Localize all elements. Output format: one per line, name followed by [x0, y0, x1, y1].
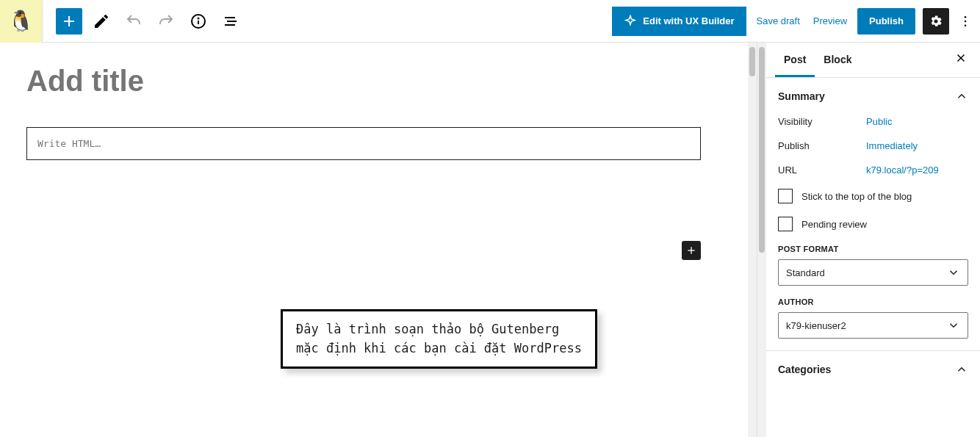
author-value: k79-kienuser2	[786, 320, 846, 331]
edit-mode-button[interactable]	[88, 8, 115, 35]
panel-summary-heading: Summary	[778, 90, 825, 102]
tab-post[interactable]: Post	[775, 43, 815, 77]
undo-button[interactable]	[120, 8, 147, 35]
row-url: URL k79.local/?p=209	[778, 165, 968, 176]
redo-icon	[157, 12, 175, 30]
chevron-down-icon	[947, 266, 960, 279]
checkbox-pending[interactable]: Pending review	[778, 217, 968, 231]
post-format-heading: POST FORMAT	[778, 245, 968, 253]
add-block-button[interactable]	[56, 8, 82, 35]
post-format-value: Standard	[786, 267, 825, 278]
svg-point-4	[198, 18, 199, 18]
sidebar-close-button[interactable]	[951, 50, 971, 71]
top-toolbar: 🐧 Edit with UX Builder Save draft Previe…	[0, 0, 980, 43]
pencil-icon	[93, 12, 110, 30]
kebab-icon	[958, 14, 973, 29]
visibility-label: Visibility	[778, 116, 866, 127]
url-label: URL	[778, 165, 866, 176]
panel-categories-toggle[interactable]: Categories	[778, 363, 968, 376]
sidebar-tabs: Post Block	[766, 43, 980, 78]
sparkle-icon	[624, 15, 637, 28]
ux-builder-button[interactable]: Edit with UX Builder	[612, 7, 746, 36]
editor-area: Write HTML… Đây là trình soạn thảo bộ Gu…	[0, 43, 757, 437]
post-format-select[interactable]: Standard	[778, 259, 968, 286]
html-block[interactable]: Write HTML…	[26, 127, 701, 160]
undo-icon	[125, 12, 143, 30]
chevron-down-icon	[947, 319, 960, 332]
pending-label: Pending review	[801, 219, 867, 230]
panel-summary-toggle[interactable]: Summary	[778, 90, 968, 103]
svg-point-9	[965, 20, 967, 22]
publish-label: Publish	[778, 140, 866, 151]
row-publish: Publish Immediately	[778, 140, 968, 151]
author-select[interactable]: k79-kienuser2	[778, 312, 968, 339]
wp-logo[interactable]: 🐧	[0, 0, 43, 43]
outline-button[interactable]	[217, 8, 244, 35]
panel-summary: Summary Visibility Public Publish Immedi…	[766, 78, 980, 351]
chevron-up-icon	[955, 363, 968, 376]
url-value[interactable]: k79.local/?p=209	[866, 165, 939, 176]
sidebar-scrollbar[interactable]	[757, 43, 766, 437]
inline-add-block-button[interactable]	[682, 241, 701, 260]
checkbox-box	[778, 217, 793, 231]
panel-categories-heading: Categories	[778, 364, 831, 375]
sidebar: Post Block Summary Visibility Public	[757, 43, 980, 437]
chevron-up-icon	[955, 90, 968, 103]
gear-icon	[929, 14, 943, 29]
save-draft-button[interactable]: Save draft	[754, 11, 803, 31]
annotation-line2: mặc định khi các bạn cài đặt WordPress	[296, 341, 582, 355]
settings-button[interactable]	[923, 8, 949, 35]
visibility-value[interactable]: Public	[866, 116, 892, 127]
checkbox-box	[778, 189, 793, 203]
penguin-icon: 🐧	[8, 9, 34, 33]
ux-builder-label: Edit with UX Builder	[643, 15, 734, 26]
info-button[interactable]	[185, 8, 212, 35]
editor-scrollbar[interactable]	[748, 43, 757, 437]
post-title-input[interactable]	[26, 65, 730, 98]
publish-value[interactable]: Immediately	[866, 140, 918, 151]
panel-categories: Categories	[766, 351, 980, 388]
annotation-line1: Đây là trình soạn thảo bộ Gutenberg	[296, 322, 559, 336]
row-visibility: Visibility Public	[778, 116, 968, 127]
more-options-button[interactable]	[956, 8, 974, 35]
redo-button[interactable]	[153, 8, 179, 35]
svg-point-10	[965, 24, 967, 26]
tab-block[interactable]: Block	[815, 43, 860, 77]
author-heading: AUTHOR	[778, 297, 968, 306]
stick-label: Stick to the top of the blog	[801, 191, 912, 202]
info-icon	[190, 12, 207, 30]
toolbar-right: Edit with UX Builder Save draft Preview …	[612, 7, 974, 36]
toolbar-left	[43, 8, 244, 35]
close-icon	[954, 51, 968, 65]
workspace: Write HTML… Đây là trình soạn thảo bộ Gu…	[0, 43, 980, 437]
list-icon	[222, 12, 239, 30]
checkbox-stick[interactable]: Stick to the top of the blog	[778, 189, 968, 203]
svg-point-8	[965, 15, 967, 18]
publish-button[interactable]: Publish	[857, 8, 915, 35]
preview-button[interactable]: Preview	[810, 11, 850, 31]
annotation-box: Đây là trình soạn thảo bộ Gutenberg mặc …	[281, 309, 597, 369]
plus-icon	[685, 245, 697, 256]
